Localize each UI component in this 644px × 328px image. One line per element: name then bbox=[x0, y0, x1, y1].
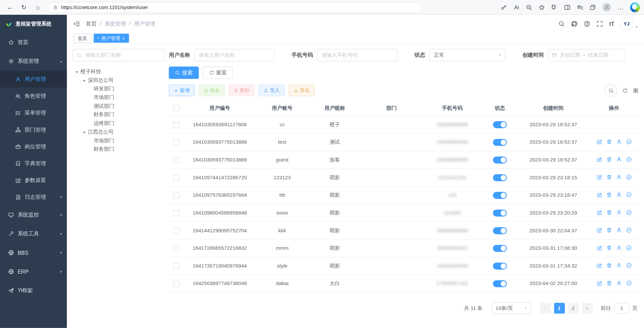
status-toggle[interactable] bbox=[493, 156, 507, 163]
sidebar-item-dict-mgmt[interactable]: 字典管理 bbox=[0, 155, 67, 172]
status-toggle[interactable] bbox=[493, 174, 507, 181]
row-checkbox[interactable] bbox=[173, 210, 179, 216]
sidebar-item-post-mgmt[interactable]: 岗位管理 bbox=[0, 138, 67, 155]
date-range-picker[interactable]: 开始日期 - 结束日期 bbox=[548, 49, 626, 61]
read-aloud-icon[interactable] bbox=[513, 4, 520, 11]
assign-role-icon[interactable] bbox=[626, 156, 632, 162]
delete-icon[interactable] bbox=[606, 263, 612, 268]
sidebar-item-role-mgmt[interactable]: 角色管理 bbox=[0, 88, 67, 104]
reset-password-icon[interactable] bbox=[616, 280, 622, 286]
search-icon[interactable] bbox=[558, 20, 565, 27]
modify-button[interactable]: 修改 bbox=[199, 85, 225, 96]
search-button[interactable]: 搜索 bbox=[169, 66, 199, 79]
tree-node[interactable]: ▾ 深圳总公司 bbox=[72, 76, 164, 85]
assign-role-icon[interactable] bbox=[626, 263, 632, 268]
department-search-input[interactable] bbox=[84, 52, 161, 58]
reset-button[interactable]: 重置 bbox=[203, 66, 233, 79]
row-checkbox[interactable] bbox=[173, 280, 179, 286]
row-checkbox[interactable] bbox=[173, 192, 179, 198]
delete-icon[interactable] bbox=[606, 192, 612, 197]
github-icon[interactable] bbox=[571, 20, 578, 27]
reset-password-icon[interactable] bbox=[616, 245, 622, 250]
row-checkbox[interactable] bbox=[173, 245, 179, 251]
sidebar-item-menu-mgmt[interactable]: 菜单管理 bbox=[0, 104, 67, 121]
tree-node[interactable]: ▾ 橙子科技 bbox=[72, 67, 164, 76]
phone-input[interactable] bbox=[317, 49, 397, 61]
assign-role-icon[interactable] bbox=[626, 245, 632, 250]
tab-home[interactable]: 首页 bbox=[73, 34, 91, 43]
import-button[interactable]: 导入 bbox=[259, 85, 285, 96]
row-checkbox[interactable] bbox=[173, 175, 179, 181]
page-button-2[interactable]: 2 bbox=[568, 303, 579, 314]
row-checkbox[interactable] bbox=[173, 263, 179, 269]
extensions-puzzle-icon[interactable] bbox=[551, 4, 558, 11]
edit-icon[interactable] bbox=[596, 227, 602, 233]
password-key-icon[interactable] bbox=[501, 4, 507, 10]
status-toggle[interactable] bbox=[493, 209, 507, 217]
collections-icon[interactable] bbox=[589, 4, 596, 11]
page-size-select[interactable]: 10条/页 ▾ bbox=[492, 302, 531, 314]
sidebar-item-erp[interactable]: ERP ▾ bbox=[0, 262, 67, 281]
next-page-button[interactable]: › bbox=[582, 303, 593, 314]
sidebar-item-param-settings[interactable]: 参数设置 bbox=[0, 172, 67, 189]
tree-node[interactable]: ▾ 江西总公司 bbox=[72, 128, 164, 137]
sidebar-item-home[interactable]: 首页 bbox=[0, 33, 67, 52]
status-select[interactable]: 正常 ▾ bbox=[429, 49, 505, 61]
add-button[interactable]: 新增 bbox=[169, 85, 195, 96]
reset-password-icon[interactable] bbox=[616, 139, 622, 144]
edit-icon[interactable] bbox=[596, 192, 602, 197]
edit-icon[interactable] bbox=[596, 174, 602, 180]
delete-icon[interactable] bbox=[606, 227, 612, 233]
copilot-icon[interactable] bbox=[630, 2, 640, 12]
edit-icon[interactable] bbox=[596, 280, 602, 286]
reset-password-icon[interactable] bbox=[616, 263, 622, 268]
favorites-bar-icon[interactable] bbox=[577, 4, 583, 11]
row-checkbox[interactable] bbox=[173, 157, 179, 163]
edit-icon[interactable] bbox=[596, 263, 602, 268]
status-toggle[interactable] bbox=[493, 245, 507, 252]
assign-role-icon[interactable] bbox=[626, 227, 632, 233]
column-settings-button[interactable] bbox=[633, 88, 638, 93]
avatar[interactable]: YJ bbox=[621, 18, 633, 30]
refresh-table-button[interactable] bbox=[622, 88, 628, 93]
select-all-checkbox[interactable] bbox=[173, 105, 179, 111]
browser-more-menu[interactable]: … bbox=[617, 4, 624, 11]
status-toggle[interactable] bbox=[493, 227, 507, 234]
zoom-out-icon[interactable] bbox=[526, 4, 533, 11]
address-bar[interactable]: https://ccnetcore.com:1101/system/user bbox=[48, 2, 422, 13]
sidebar-fold-icon[interactable] bbox=[73, 20, 80, 27]
tree-node[interactable]: ▾ 财务部门 bbox=[72, 110, 164, 119]
browser-home-button[interactable]: ⌂ bbox=[32, 1, 43, 13]
user-name-input[interactable] bbox=[194, 49, 275, 61]
tree-node[interactable]: ▾ 研发部门 bbox=[72, 85, 164, 93]
prev-page-button[interactable]: ‹ bbox=[540, 303, 551, 314]
assign-role-icon[interactable] bbox=[626, 139, 632, 144]
tree-node[interactable]: ▾ 市场部门 bbox=[72, 93, 164, 102]
tree-node[interactable]: ▾ 运维部门 bbox=[72, 119, 164, 128]
assign-role-icon[interactable] bbox=[626, 174, 632, 180]
delete-button[interactable]: 删除 bbox=[229, 85, 255, 96]
toggle-search-button[interactable] bbox=[605, 84, 617, 97]
reset-password-icon[interactable] bbox=[616, 209, 622, 215]
edit-icon[interactable] bbox=[596, 245, 602, 250]
status-toggle[interactable] bbox=[493, 192, 507, 199]
status-toggle[interactable] bbox=[493, 121, 507, 128]
status-toggle[interactable] bbox=[493, 280, 507, 287]
reset-password-icon[interactable] bbox=[616, 192, 622, 197]
sidebar-item-dept-mgmt[interactable]: 部门管理 bbox=[0, 121, 67, 138]
browser-refresh-button[interactable]: ↻ bbox=[18, 1, 30, 13]
row-checkbox[interactable] bbox=[173, 122, 179, 128]
page-button-1[interactable]: 1 bbox=[554, 303, 565, 314]
status-toggle[interactable] bbox=[493, 139, 507, 146]
delete-icon[interactable] bbox=[606, 280, 612, 286]
delete-icon[interactable] bbox=[606, 174, 612, 180]
tree-node[interactable]: ▾ 市场部门 bbox=[72, 136, 164, 145]
assign-role-icon[interactable] bbox=[626, 209, 632, 215]
reset-password-icon[interactable] bbox=[616, 156, 622, 162]
url-text[interactable]: https://ccnetcore.com:1101/system/user bbox=[61, 4, 148, 10]
add-favorite-star-icon[interactable] bbox=[539, 4, 545, 11]
browser-profile-avatar[interactable] bbox=[602, 3, 611, 12]
assign-role-icon[interactable] bbox=[626, 192, 632, 197]
tab-user-mgmt[interactable]: ● 用户管理 × bbox=[94, 34, 129, 43]
edit-icon[interactable] bbox=[596, 156, 602, 162]
